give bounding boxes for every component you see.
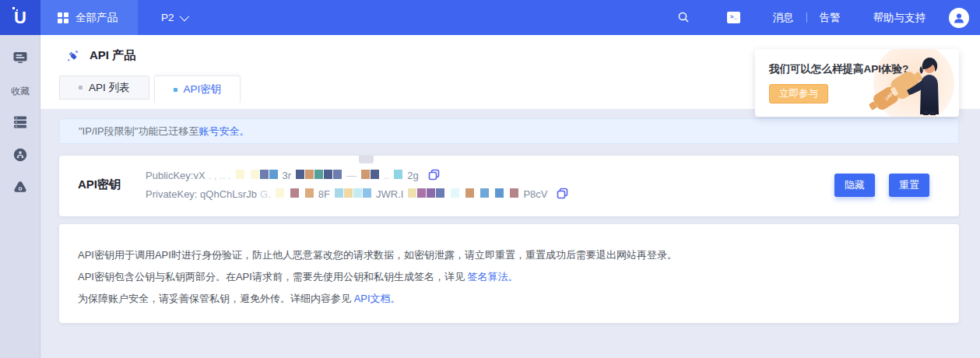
- cloud-disk-icon: [12, 179, 29, 196]
- key-actions: 隐藏 重置: [834, 174, 929, 197]
- server-list-icon: [12, 114, 29, 131]
- info-line-2-text: API密钥包含公钥与私钥两部分。在API请求前，需要先使用公钥和私钥生成签名，详…: [78, 271, 468, 283]
- private-key-row: PrivateKey: qQhChLsrJbG.8FJWR.IP8cV: [144, 184, 569, 203]
- copy-private-key-icon[interactable]: [557, 188, 569, 200]
- project-switcher[interactable]: P2: [138, 0, 202, 35]
- info-line-3-text: 为保障账户安全，请妥善保管私钥，避免外传。详细内容参见: [78, 293, 354, 304]
- topbar-right: >_ 消息 告警 帮助与支持: [670, 0, 980, 35]
- help-support-link[interactable]: 帮助与支持: [861, 11, 939, 25]
- top-bar: U 全部产品 P2 >_ 消息 告警 帮助与支持: [0, 0, 980, 35]
- tab-label: API 列表: [89, 81, 130, 95]
- tab-bullet-icon: [79, 86, 83, 90]
- card-top-notch: [359, 156, 374, 163]
- account-security-link[interactable]: 账号安全: [198, 125, 239, 139]
- info-line-3-suffix: 。: [391, 293, 401, 304]
- hide-button[interactable]: 隐藏: [834, 174, 875, 197]
- info-line-1: API密钥用于调用API时进行身份验证，防止他人恶意篡改您的请求数据，如密钥泄露…: [78, 244, 940, 266]
- banner-suffix: 。: [239, 125, 249, 139]
- sidebar-item-product-list[interactable]: [0, 106, 40, 139]
- tab-api-list[interactable]: API 列表: [59, 75, 149, 100]
- tab-label: API密钥: [184, 82, 222, 97]
- grid-icon: [58, 12, 68, 23]
- tab-api-keys[interactable]: API密钥: [154, 75, 241, 103]
- sidebar-item-console-overview[interactable]: [0, 41, 40, 74]
- logo-pixel-decor: [16, 9, 18, 11]
- topbar-spacer: [202, 0, 670, 35]
- all-products-label: 全部产品: [76, 11, 118, 25]
- api-product-plug-icon: [65, 48, 80, 63]
- info-line-3: 为保障账户安全，请妥善保管私钥，避免外传。详细内容参见 API文档。: [78, 288, 940, 310]
- alerts-link[interactable]: 告警: [807, 11, 853, 25]
- all-products-menu[interactable]: 全部产品: [40, 0, 138, 35]
- feedback-promo-card: UAPI 我们可以怎么样提高API体验? 立即参与: [755, 49, 959, 117]
- tab-bullet-icon: [174, 88, 177, 92]
- network-hub-icon: [12, 146, 29, 163]
- api-key-description-card: API密钥用于调用API时进行身份验证，防止他人恶意篡改您的请求数据，如密钥泄露…: [59, 224, 959, 323]
- info-line-2-suffix: 。: [508, 271, 518, 283]
- user-avatar[interactable]: [949, 8, 969, 28]
- search-icon[interactable]: [670, 0, 698, 35]
- console-terminal-icon[interactable]: >_: [720, 0, 748, 35]
- api-key-card-title: API密钥: [78, 177, 121, 192]
- reset-button[interactable]: 重置: [889, 174, 929, 197]
- api-key-card: API密钥 PublicKey:vX. , .. .3r—..2g Privat…: [59, 156, 959, 216]
- promo-title: 我们可以怎么样提高API体验?: [769, 62, 908, 76]
- migration-notice-banner: "IP/IP段限制"功能已迁移至账号安全。: [59, 118, 959, 144]
- left-sidebar: 收藏: [0, 35, 40, 358]
- page-title-row: API 产品: [65, 48, 135, 63]
- sidebar-item-network[interactable]: [0, 139, 40, 171]
- promo-illustration: UAPI: [842, 49, 959, 117]
- project-name: P2: [161, 12, 174, 23]
- key-rows: PublicKey:vX. , .. .3r—..2g PrivateKey: …: [144, 166, 569, 203]
- brand-logo[interactable]: U: [0, 0, 40, 35]
- signature-algorithm-link[interactable]: 签名算法: [468, 271, 508, 283]
- api-docs-link[interactable]: API文档: [354, 293, 391, 304]
- public-key-value: PublicKey:vX. , .. .3r—..2g: [144, 170, 420, 181]
- join-now-button[interactable]: 立即参与: [769, 84, 828, 104]
- public-key-row: PublicKey:vX. , .. .3r—..2g: [144, 166, 569, 184]
- chevron-down-icon: [179, 12, 189, 22]
- copy-public-key-icon[interactable]: [428, 169, 441, 181]
- private-key-value: PrivateKey: qQhChLsrJbG.8FJWR.IP8cV: [144, 188, 549, 200]
- dashboard-monitor-icon: [12, 49, 29, 66]
- sidebar-favorites-label: 收藏: [0, 85, 40, 98]
- info-line-2: API密钥包含公钥与私钥两部分。在API请求前，需要先使用公钥和私钥生成签名，详…: [78, 266, 940, 288]
- logo-pixel-decor: [12, 7, 15, 9]
- sidebar-item-cloud-disk[interactable]: [0, 171, 40, 204]
- console-app: U 全部产品 P2 >_ 消息 告警 帮助与支持: [0, 0, 980, 358]
- messages-link[interactable]: 消息: [760, 11, 806, 25]
- tab-bar: API 列表 API密钥: [59, 75, 241, 103]
- banner-text: "IP/IP段限制"功能已迁移至: [79, 125, 198, 139]
- page-title: API 产品: [90, 48, 135, 63]
